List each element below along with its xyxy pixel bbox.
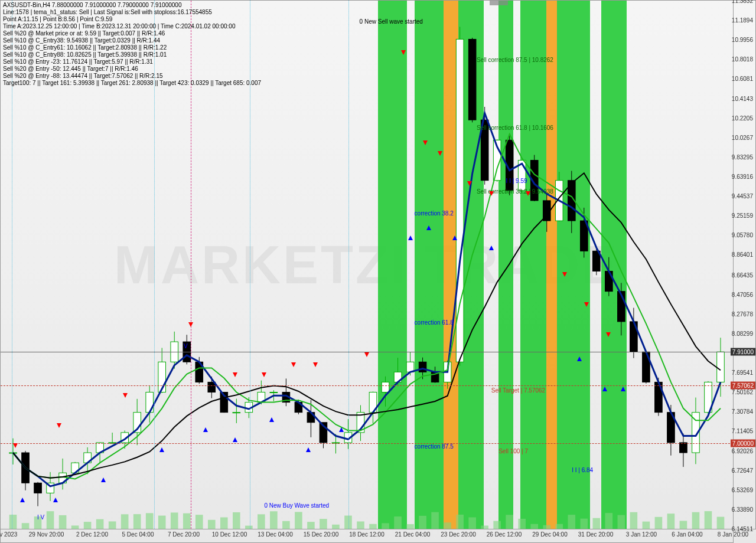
y-tick: 7.11405 — [732, 428, 753, 434]
svg-rect-34 — [431, 512, 439, 529]
svg-rect-38 — [481, 526, 488, 529]
sell-arrow-icon — [57, 423, 61, 428]
svg-rect-22 — [282, 521, 290, 529]
y-tick: 10.0267 — [732, 134, 753, 140]
buy-arrow-icon — [159, 447, 164, 452]
buy-arrow-icon — [203, 427, 208, 432]
target-2-line — [1, 443, 733, 444]
svg-rect-51 — [643, 522, 650, 529]
svg-rect-55 — [692, 512, 700, 529]
svg-rect-37 — [468, 517, 476, 529]
x-tick: 13 Dec 04:00 — [258, 531, 293, 538]
sell-arrow-icon — [233, 372, 237, 377]
buy-arrow-icon — [53, 498, 58, 502]
sell-arrow-icon — [364, 352, 369, 357]
buy-arrow-icon — [233, 437, 237, 442]
svg-rect-31 — [394, 516, 402, 529]
sell-arrow-icon — [188, 322, 193, 327]
y-tick: 10.4143 — [732, 95, 753, 102]
svg-rect-40 — [506, 515, 513, 529]
y-axis: 11.383211.189410.995610.801810.608110.41… — [733, 0, 756, 529]
y-tick: 8.66435 — [732, 272, 753, 278]
svg-rect-36 — [456, 515, 464, 529]
x-tick: 18 Dec 12:00 — [349, 531, 384, 538]
x-tick: 2 Dec 12:00 — [76, 531, 108, 538]
svg-rect-49 — [618, 515, 625, 529]
svg-rect-24 — [307, 522, 315, 529]
svg-rect-155 — [605, 271, 613, 291]
buy-arrow-icon — [577, 356, 582, 361]
svg-rect-25 — [320, 519, 327, 529]
y-tick: 9.25159 — [732, 212, 753, 219]
svg-rect-33 — [419, 516, 426, 529]
points-line: Point A:11.15 | Point B:8.56 | Point C:9… — [3, 16, 112, 22]
y-tick: 8.47056 — [732, 291, 753, 297]
y-tick: 10.6081 — [732, 76, 753, 82]
chart-area[interactable]: MARKETZI TRADE AXSUSDT-Bin,H4 7.88000000… — [0, 0, 734, 529]
sell-wave-label: 0 New Sell wave started — [360, 18, 423, 25]
buy-arrow-icon — [408, 235, 413, 240]
sell-arrow-icon — [123, 393, 128, 398]
y-tick: 11.1894 — [732, 17, 753, 24]
svg-rect-63 — [34, 483, 42, 493]
svg-rect-133 — [468, 39, 476, 120]
symbol-label: AXSUSDT-Bin,H4 7.88000000 7.91000000 7.7… — [3, 2, 181, 8]
x-tick: 5 Dec 04:00 — [122, 531, 154, 538]
y-tick: 6.72647 — [732, 467, 753, 473]
svg-rect-8 — [109, 521, 116, 529]
x-axis: 27 Nov 202329 Nov 20:002 Dec 12:005 Dec … — [0, 529, 734, 543]
x-tick: 3 Jan 12:00 — [626, 531, 657, 538]
svg-rect-14 — [183, 513, 191, 529]
svg-rect-54 — [680, 521, 687, 529]
svg-rect-16 — [208, 520, 216, 529]
svg-rect-39 — [493, 521, 501, 529]
x-tick: 26 Dec 12:00 — [487, 531, 522, 538]
vline-cyan-4 — [348, 1, 350, 529]
svg-rect-57 — [717, 517, 725, 529]
svg-rect-32 — [406, 524, 414, 529]
y-tick: 10.2205 — [732, 115, 753, 121]
target-2-tag: 7.00000 — [731, 440, 755, 447]
svg-rect-6 — [84, 522, 92, 529]
x-tick: 10 Dec 12:00 — [212, 531, 247, 538]
corr-382: correction 38.2 — [415, 210, 454, 217]
x-tick: 29 Dec 04:00 — [532, 531, 568, 538]
svg-rect-15 — [195, 515, 203, 529]
svg-rect-3 — [47, 511, 54, 529]
svg-rect-1 — [22, 523, 30, 529]
order-line-1: Sell %20 @ Market price or at: 9.59 || T… — [3, 30, 165, 37]
svg-rect-107 — [307, 413, 315, 423]
sell-arrow-icon — [606, 332, 611, 337]
svg-rect-47 — [593, 518, 601, 529]
buy-arrow-icon — [621, 387, 625, 391]
y-tick: 9.83295 — [732, 153, 753, 160]
pivot-low: I I | 6.84 — [572, 467, 593, 473]
x-tick: 21 Dec 04:00 — [395, 531, 431, 538]
order-line-7: Sell %20 @ Entry -88: 13.44474 || Target… — [3, 73, 163, 79]
svg-rect-12 — [158, 516, 166, 529]
svg-rect-35 — [444, 522, 451, 529]
svg-rect-42 — [530, 524, 538, 529]
sell-corr-618: Sell correction 61.8 | 10.1606 — [477, 125, 553, 131]
y-tick: 6.92026 — [732, 447, 753, 454]
svg-rect-5 — [71, 525, 79, 529]
corr-875: correction 87.5 — [415, 443, 454, 450]
buy-arrow-icon — [20, 498, 25, 502]
sell-target-label: Sell Target | 7.57062 — [491, 387, 545, 394]
y-tick: 9.05780 — [732, 232, 753, 238]
sell-arrow-icon — [423, 140, 428, 145]
svg-rect-52 — [655, 517, 663, 529]
svg-rect-56 — [705, 511, 712, 529]
svg-rect-50 — [630, 512, 638, 529]
sell-corr-382: Sell correction 38.2 | 9.54938 — [477, 188, 553, 195]
svg-rect-19 — [245, 526, 253, 529]
y-tick: 10.8018 — [732, 56, 753, 63]
buy-arrow-icon — [306, 447, 311, 452]
svg-rect-53 — [667, 513, 675, 529]
sell-arrow-icon — [489, 191, 494, 196]
x-tick: 27 Nov 2023 — [0, 531, 17, 538]
pivot-high: I I | 9.59 — [506, 178, 527, 184]
svg-rect-81 — [146, 392, 154, 412]
sell-arrow-icon — [13, 443, 18, 448]
svg-rect-28 — [357, 521, 364, 529]
